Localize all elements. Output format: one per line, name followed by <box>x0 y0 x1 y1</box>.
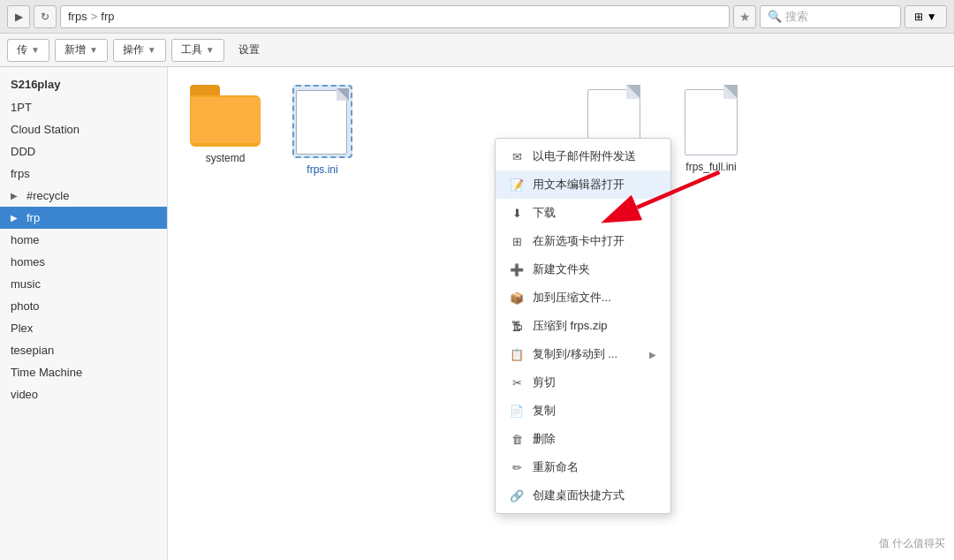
favorite-button[interactable]: ★ <box>733 5 756 28</box>
doc-icon-frps-ini <box>292 85 352 158</box>
sidebar-label-time-machine: Time Machine <box>11 366 82 379</box>
ctx-compress-zip[interactable]: 🗜 压缩到 frps.zip <box>496 312 670 340</box>
breadcrumb-separator: > <box>91 10 98 23</box>
tools-button[interactable]: 工具 ▼ <box>171 39 224 62</box>
file-item-frps-ini[interactable]: frps.ini <box>283 85 362 176</box>
file-item-systemd[interactable]: systemd <box>186 85 265 164</box>
sidebar-label-home: home <box>11 233 40 246</box>
refresh-button[interactable]: ↻ <box>34 5 57 28</box>
ctx-label-add-compress: 加到压缩文件... <box>533 290 611 306</box>
breadcrumb-part1[interactable]: frps <box>68 10 87 23</box>
search-bar[interactable]: 🔍 搜索 <box>760 5 901 28</box>
submenu-arrow-icon: ▶ <box>649 350 656 359</box>
ctx-send-email[interactable]: ✉ 以电子邮件附件发送 <box>496 142 670 170</box>
sidebar-header: S216play <box>0 74 167 96</box>
download-icon: ⬇ <box>510 206 524 220</box>
ctx-open-text[interactable]: 📝 用文本编辑器打开 <box>496 170 670 199</box>
ctx-cut[interactable]: ✂ 剪切 <box>496 368 670 397</box>
main-layout: S216play 1PT Cloud Station DDD frps ▶ #r… <box>0 67 954 560</box>
file-label-systemd: systemd <box>206 152 246 164</box>
doc-icon-frps-full-ini <box>680 85 742 155</box>
ctx-label-cut: 剪切 <box>533 375 556 390</box>
sidebar-label-frp: frp <box>26 211 40 224</box>
new-button[interactable]: 新增 ▼ <box>55 39 108 62</box>
email-icon: ✉ <box>510 149 524 163</box>
search-placeholder: 搜索 <box>785 9 808 25</box>
sidebar-label-cloud-station: Cloud Station <box>11 123 80 136</box>
cut-icon: ✂ <box>510 375 524 390</box>
sidebar-item-homes[interactable]: homes <box>0 251 167 273</box>
ctx-download[interactable]: ⬇ 下载 <box>496 199 670 227</box>
sidebar-item-video[interactable]: video <box>0 383 167 405</box>
sidebar-label-photo: photo <box>11 299 40 313</box>
sidebar: S216play 1PT Cloud Station DDD frps ▶ #r… <box>0 67 168 560</box>
ctx-label-copy: 复制 <box>533 403 556 419</box>
ctx-copy[interactable]: 📄 复制 <box>496 397 670 425</box>
ctx-label-compress-zip: 压缩到 frps.zip <box>533 318 608 334</box>
ctx-label-download: 下载 <box>533 205 556 221</box>
ctx-open-tab[interactable]: ⊞ 在新选项卡中打开 <box>496 227 670 255</box>
upload-label: 传 <box>17 42 27 57</box>
sidebar-item-home[interactable]: home <box>0 229 167 251</box>
sidebar-item-cloud-station[interactable]: Cloud Station <box>0 118 167 140</box>
text-editor-icon: 📝 <box>510 178 524 192</box>
action-button[interactable]: 操作 ▼ <box>113 39 166 62</box>
sidebar-item-music[interactable]: music <box>0 273 167 295</box>
sidebar-label-plex: Plex <box>11 322 33 335</box>
sidebar-label-ddd: DDD <box>11 145 35 158</box>
back-button[interactable]: ▶ <box>7 5 30 28</box>
file-label-frps-ini: frps.ini <box>307 163 337 176</box>
ctx-delete[interactable]: 🗑 删除 <box>496 425 670 453</box>
ctx-label-rename: 重新命名 <box>533 459 579 475</box>
ctx-shortcut[interactable]: 🔗 创建桌面快捷方式 <box>496 481 670 510</box>
sidebar-item-1pt[interactable]: 1PT <box>0 96 167 118</box>
ctx-copy-move[interactable]: 📋 复制到/移动到 ... ▶ <box>496 340 670 368</box>
sidebar-item-tesepian[interactable]: tesepian <box>0 339 167 361</box>
file-item-frps-full-ini[interactable]: frps_full.ini <box>671 85 751 173</box>
new-tab-icon: ⊞ <box>510 234 524 248</box>
sidebar-label-recycle: #recycle <box>26 189 69 202</box>
sidebar-label-music: music <box>11 277 41 291</box>
settings-button[interactable]: 设置 <box>230 39 269 62</box>
compress-add-icon: 📦 <box>510 291 524 305</box>
sidebar-item-ddd[interactable]: DDD <box>0 140 167 163</box>
ctx-label-copy-move: 复制到/移动到 ... <box>533 346 617 362</box>
ctx-label-open-tab: 在新选项卡中打开 <box>533 233 625 249</box>
breadcrumb: frps > frp <box>60 5 730 28</box>
sidebar-item-plex[interactable]: Plex <box>0 317 167 339</box>
tools-arrow: ▼ <box>206 45 215 55</box>
sidebar-item-recycle[interactable]: ▶ #recycle <box>0 185 167 207</box>
sidebar-item-time-machine[interactable]: Time Machine <box>0 361 167 383</box>
new-arrow: ▼ <box>89 45 98 55</box>
ctx-rename[interactable]: ✏ 重新命名 <box>496 453 670 481</box>
delete-icon: 🗑 <box>510 432 524 446</box>
sidebar-item-frp[interactable]: ▶ frp <box>0 207 167 229</box>
new-folder-icon: ➕ <box>510 262 524 276</box>
ctx-label-delete: 删除 <box>533 431 556 447</box>
watermark: 值 什么值得买 <box>879 536 945 551</box>
sidebar-label-video: video <box>11 388 38 401</box>
content-area: systemd frps.ini <box>168 67 954 560</box>
ctx-add-compress[interactable]: 📦 加到压缩文件... <box>496 284 670 312</box>
action-label: 操作 <box>123 42 144 57</box>
toolbar: 传 ▼ 新增 ▼ 操作 ▼ 工具 ▼ 设置 <box>0 34 954 67</box>
sidebar-item-frps[interactable]: frps <box>0 163 167 185</box>
folder-icon-systemd <box>190 85 261 147</box>
shortcut-icon: 🔗 <box>510 488 524 503</box>
ctx-new-folder[interactable]: ➕ 新建文件夹 <box>496 255 670 284</box>
action-arrow: ▼ <box>148 45 156 55</box>
rename-icon: ✏ <box>510 460 524 474</box>
sidebar-item-photo[interactable]: photo <box>0 295 167 317</box>
copy-move-icon: 📋 <box>510 347 524 361</box>
breadcrumb-part2[interactable]: frp <box>101 10 114 23</box>
top-nav-bar: ▶ ↻ frps > frp ★ 🔍 搜索 ⊞ ▼ <box>0 0 954 34</box>
copy-icon: 📄 <box>510 404 524 418</box>
view-toggle-button[interactable]: ⊞ ▼ <box>905 5 947 28</box>
upload-button[interactable]: 传 ▼ <box>7 39 49 62</box>
ctx-label-send-email: 以电子邮件附件发送 <box>533 148 636 164</box>
search-icon: 🔍 <box>768 10 782 23</box>
ctx-label-new-folder: 新建文件夹 <box>533 261 590 277</box>
frp-expand-icon: ▶ <box>11 213 21 223</box>
file-label-frps-full-ini: frps_full.ini <box>685 161 736 173</box>
sidebar-label-homes: homes <box>11 255 45 269</box>
